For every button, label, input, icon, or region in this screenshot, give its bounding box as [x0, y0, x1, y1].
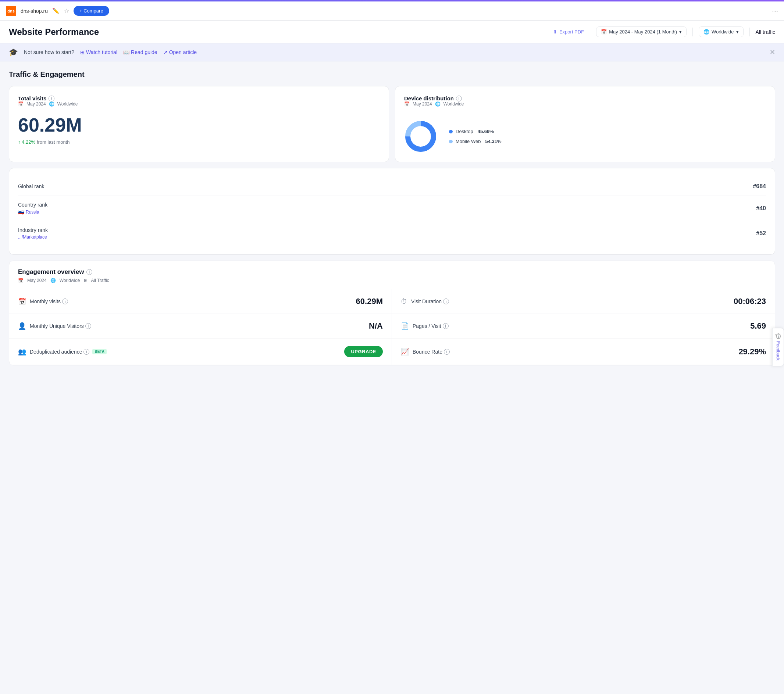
desktop-value: 45.69% [478, 129, 494, 134]
dedup-info[interactable]: i [84, 349, 89, 355]
pages-visit-icon: 📄 [401, 322, 409, 330]
desktop-legend-item: Desktop 45.69% [449, 129, 502, 134]
industry-rank-left: Industry rank .../Marketplace [18, 227, 48, 240]
country-rank-left: Country rank 🇷🇺 Russia [18, 202, 48, 215]
watch-tutorial-link[interactable]: ⊞ Watch tutorial [80, 49, 117, 55]
calendar-icon: 📅 [601, 29, 607, 35]
bounce-rate-info[interactable]: i [444, 349, 450, 355]
engagement-section: Engagement overview i 📅 May 2024 🌐 World… [9, 261, 775, 365]
play-icon: ⊞ [80, 49, 85, 55]
feedback-label: Feedback [776, 341, 781, 360]
industry-rank-label: Industry rank [18, 227, 48, 233]
traffic-section-title: Traffic & Engagement [9, 70, 775, 79]
monthly-visits-icon: 📅 [18, 298, 26, 306]
mobile-legend-item: Mobile Web 54.31% [449, 138, 502, 144]
desktop-label: Desktop [456, 129, 473, 134]
unique-visitors-left: 👤 Monthly Unique Visitors i [18, 322, 91, 330]
visit-duration-info[interactable]: i [443, 298, 449, 304]
visit-duration-icon: ⏱ [401, 298, 407, 306]
device-content: Desktop 45.69% Mobile Web 54.31% [404, 114, 766, 153]
browser-bar: dns dns-shop.ru ✏️ ☆ + Compare ··· [0, 2, 784, 21]
country-rank-row: Country rank 🇷🇺 Russia #40 [18, 196, 766, 221]
global-rank-label: Global rank [18, 183, 44, 189]
visit-duration-label: Visit Duration i [411, 298, 449, 304]
calendar-icon-tv: 📅 [18, 102, 23, 107]
total-visits-info-icon[interactable]: i [49, 95, 54, 102]
dedup-audience-row: 👥 Deduplicated audience i BETA UPGRADE [9, 339, 392, 365]
export-pdf-button[interactable]: ⬆ Export PDF [553, 29, 584, 35]
engagement-header: Engagement overview i 📅 May 2024 🌐 World… [9, 261, 775, 289]
dedup-icon: 👥 [18, 348, 26, 356]
change-from-label: from last month [37, 139, 70, 145]
feedback-tab[interactable]: 💬 Feedback [772, 328, 784, 366]
globe-icon-dd: 🌐 [435, 102, 441, 107]
date-range-selector[interactable]: 📅 May 2024 - May 2024 (1 Month) ▾ [596, 26, 687, 37]
country-rank-value: #40 [756, 205, 766, 212]
engagement-meta: 📅 May 2024 🌐 Worldwide ⊞ All Traffic [18, 278, 766, 289]
upgrade-button[interactable]: UPGRADE [344, 346, 383, 357]
visit-duration-row: ⏱ Visit Duration i 00:06:23 [392, 289, 775, 314]
industry-rank-sublabel: .../Marketplace [18, 235, 48, 240]
unique-visitors-row: 👤 Monthly Unique Visitors i N/A [9, 314, 392, 339]
star-icon[interactable]: ☆ [64, 7, 69, 14]
globe-icon-tv: 🌐 [49, 102, 54, 107]
unique-visitors-info[interactable]: i [85, 323, 91, 329]
monthly-visits-info[interactable]: i [62, 298, 68, 304]
visit-duration-value: 00:06:23 [734, 297, 766, 306]
bounce-rate-icon: 📈 [401, 348, 409, 356]
monthly-visits-row: 📅 Monthly visits i 60.29M [9, 289, 392, 314]
header-separator-2 [692, 28, 693, 36]
mobile-dot [449, 140, 453, 143]
unique-visitors-value: N/A [369, 321, 383, 331]
banner-cap-icon: 🎓 [9, 48, 18, 57]
chevron-down-icon: ▾ [679, 29, 682, 35]
device-legend: Desktop 45.69% Mobile Web 54.31% [449, 129, 502, 144]
site-favicon: dns [6, 6, 16, 16]
change-percent: ↑ 4.22% [18, 139, 35, 145]
pages-visit-row: 📄 Pages / Visit i 5.69 [392, 314, 775, 339]
monthly-visits-label: Monthly visits i [30, 298, 68, 304]
country-rank-sublabel: 🇷🇺 Russia [18, 209, 48, 215]
location-selector[interactable]: 🌐 Worldwide ▾ [699, 26, 743, 37]
pages-visit-label: Pages / Visit i [413, 323, 449, 329]
banner-close-button[interactable]: ✕ [770, 48, 775, 56]
tutorial-banner: 🎓 Not sure how to start? ⊞ Watch tutoria… [0, 43, 784, 61]
bounce-rate-left: 📈 Bounce Rate i [401, 348, 450, 356]
pages-visit-left: 📄 Pages / Visit i [401, 322, 449, 330]
site-url: dns-shop.ru [21, 8, 48, 14]
banner-text: Not sure how to start? [24, 49, 74, 55]
country-link[interactable]: Russia [26, 209, 40, 215]
beta-badge: BETA [92, 349, 106, 354]
open-article-link[interactable]: ↗ Open article [163, 49, 197, 55]
engagement-grid: 📅 Monthly visits i 60.29M ⏱ Visit Durati… [9, 289, 775, 365]
global-rank-value: #684 [753, 183, 766, 190]
edit-icon[interactable]: ✏️ [52, 7, 59, 14]
compare-button[interactable]: + Compare [74, 6, 109, 16]
mobile-label: Mobile Web [456, 138, 481, 144]
globe-icon: 🌐 [703, 29, 709, 35]
industry-link[interactable]: .../Marketplace [18, 235, 47, 240]
industry-rank-value: #52 [756, 230, 766, 237]
feedback-icon: 💬 [776, 334, 781, 339]
external-link-icon: ↗ [163, 49, 168, 55]
bounce-rate-row: 📈 Bounce Rate i 29.29% [392, 339, 775, 365]
book-icon: 📖 [123, 49, 129, 55]
engagement-info-icon[interactable]: i [86, 269, 92, 275]
device-dist-info-icon[interactable]: i [456, 95, 462, 102]
more-options-icon[interactable]: ··· [772, 7, 778, 15]
device-dist-meta: 📅 May 2024 🌐 Worldwide [404, 102, 766, 107]
page-title: Website Performance [9, 27, 547, 37]
calendar-icon-eng: 📅 [18, 278, 23, 283]
globe-icon-eng: 🌐 [50, 278, 56, 283]
pages-visit-info[interactable]: i [443, 323, 449, 329]
monthly-visits-left: 📅 Monthly visits i [18, 298, 68, 306]
russia-flag: 🇷🇺 [18, 209, 24, 215]
read-guide-link[interactable]: 📖 Read guide [123, 49, 157, 55]
bounce-rate-value: 29.29% [738, 347, 766, 357]
all-traffic-label: All traffic [756, 29, 775, 35]
total-visits-meta: 📅 May 2024 🌐 Worldwide [18, 102, 380, 107]
total-visits-change: ↑ 4.22% from last month [18, 139, 380, 145]
ranks-card: Global rank #684 Country rank 🇷🇺 Russia … [9, 168, 775, 255]
engagement-title: Engagement overview i [18, 268, 766, 276]
chevron-down-icon-2: ▾ [736, 29, 739, 35]
